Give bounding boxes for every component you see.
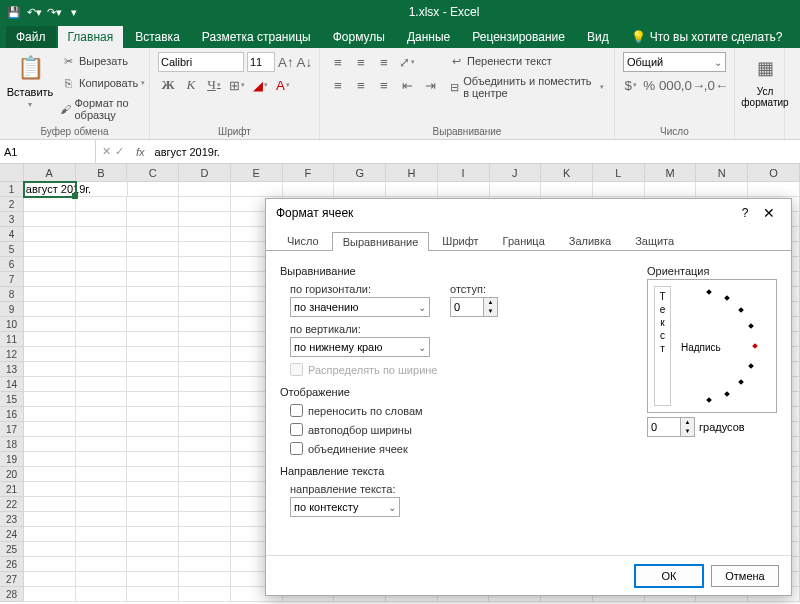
accounting-format-icon[interactable]: $: [623, 75, 639, 95]
align-top-icon[interactable]: ≡: [328, 52, 348, 72]
cut-button[interactable]: ✂Вырезать: [58, 52, 147, 70]
cell[interactable]: [76, 527, 128, 542]
increase-indent-icon[interactable]: ⇥: [420, 75, 440, 95]
textdir-select[interactable]: по контексту: [290, 497, 400, 517]
cell[interactable]: [24, 467, 76, 482]
cell[interactable]: [24, 272, 76, 287]
cell[interactable]: [24, 227, 76, 242]
cell[interactable]: [76, 572, 128, 587]
cell[interactable]: [76, 257, 128, 272]
dlg-tab-border[interactable]: Граница: [492, 231, 556, 250]
col-header[interactable]: G: [334, 164, 386, 182]
cell[interactable]: [179, 212, 231, 227]
cell[interactable]: [127, 377, 179, 392]
copy-button[interactable]: ⎘Копировать▾: [58, 74, 147, 92]
col-header[interactable]: M: [645, 164, 697, 182]
cell[interactable]: [24, 452, 76, 467]
undo-icon[interactable]: ↶▾: [26, 4, 42, 20]
cell[interactable]: [696, 182, 748, 197]
cell[interactable]: [24, 287, 76, 302]
cell[interactable]: [24, 497, 76, 512]
cell[interactable]: [386, 182, 438, 197]
cell[interactable]: [490, 182, 542, 197]
cell[interactable]: [127, 212, 179, 227]
cell[interactable]: [24, 437, 76, 452]
cell[interactable]: [76, 212, 128, 227]
cell[interactable]: [76, 347, 128, 362]
cell[interactable]: [127, 347, 179, 362]
increase-font-icon[interactable]: A↑: [278, 52, 294, 72]
cond-format-button[interactable]: ▦ Усл форматир: [743, 52, 787, 108]
row-header[interactable]: 7: [0, 272, 24, 287]
cell[interactable]: [76, 272, 128, 287]
degrees-spinner[interactable]: ▲▼: [647, 417, 695, 437]
col-header[interactable]: O: [748, 164, 800, 182]
cell[interactable]: [76, 317, 128, 332]
tab-data[interactable]: Данные: [397, 26, 460, 48]
fx-icon[interactable]: fx: [130, 146, 151, 158]
font-color-icon[interactable]: A: [273, 75, 293, 95]
dlg-tab-protection[interactable]: Защита: [624, 231, 685, 250]
cell[interactable]: [24, 347, 76, 362]
cell[interactable]: [179, 467, 231, 482]
font-name-select[interactable]: [158, 52, 244, 72]
cell[interactable]: [179, 257, 231, 272]
cell[interactable]: [24, 317, 76, 332]
merge-checkbox[interactable]: объединение ячеек: [290, 442, 631, 455]
cell[interactable]: [179, 497, 231, 512]
cell[interactable]: [76, 227, 128, 242]
row-header[interactable]: 26: [0, 557, 24, 572]
degrees-input[interactable]: [648, 418, 680, 436]
row-header[interactable]: 14: [0, 377, 24, 392]
cancel-formula-icon[interactable]: ✕: [102, 145, 111, 158]
cell[interactable]: [76, 512, 128, 527]
row-header[interactable]: 25: [0, 542, 24, 557]
spin-up-icon[interactable]: ▲: [484, 298, 497, 307]
dlg-tab-alignment[interactable]: Выравнивание: [332, 232, 430, 251]
cell[interactable]: [127, 587, 179, 602]
italic-button[interactable]: К: [181, 75, 201, 95]
row-header[interactable]: 10: [0, 317, 24, 332]
cell[interactable]: [76, 422, 128, 437]
cell[interactable]: [76, 407, 128, 422]
cell[interactable]: [24, 512, 76, 527]
cell[interactable]: [127, 272, 179, 287]
align-middle-icon[interactable]: ≡: [351, 52, 371, 72]
save-icon[interactable]: 💾: [6, 4, 22, 20]
cell[interactable]: [179, 482, 231, 497]
dlg-tab-number[interactable]: Число: [276, 231, 330, 250]
cell[interactable]: [179, 527, 231, 542]
dlg-tab-fill[interactable]: Заливка: [558, 231, 622, 250]
row-header[interactable]: 24: [0, 527, 24, 542]
cell[interactable]: [179, 362, 231, 377]
cell[interactable]: [179, 287, 231, 302]
orient-vertical-text[interactable]: Текст: [654, 286, 671, 406]
percent-format-icon[interactable]: %: [642, 75, 658, 95]
cell[interactable]: [127, 422, 179, 437]
cell[interactable]: [179, 302, 231, 317]
cell[interactable]: [76, 392, 128, 407]
row-header[interactable]: 8: [0, 287, 24, 302]
cell[interactable]: [179, 587, 231, 602]
cell[interactable]: [127, 317, 179, 332]
cell[interactable]: [24, 377, 76, 392]
cell[interactable]: [76, 302, 128, 317]
cell[interactable]: [127, 362, 179, 377]
cell[interactable]: [127, 227, 179, 242]
cell[interactable]: [645, 182, 697, 197]
cell[interactable]: [179, 332, 231, 347]
cell[interactable]: [179, 422, 231, 437]
cell[interactable]: [24, 482, 76, 497]
cell[interactable]: [24, 422, 76, 437]
tab-layout[interactable]: Разметка страницы: [192, 26, 321, 48]
orientation-dial[interactable]: Надпись: [677, 286, 770, 406]
col-header[interactable]: A: [24, 164, 76, 182]
cell[interactable]: [76, 497, 128, 512]
cell[interactable]: [127, 527, 179, 542]
row-header[interactable]: 13: [0, 362, 24, 377]
h-align-select[interactable]: по значению: [290, 297, 430, 317]
spin-down-icon[interactable]: ▼: [484, 307, 497, 316]
cell[interactable]: [24, 572, 76, 587]
cell[interactable]: [24, 362, 76, 377]
cell[interactable]: август 2019г.: [24, 182, 76, 197]
